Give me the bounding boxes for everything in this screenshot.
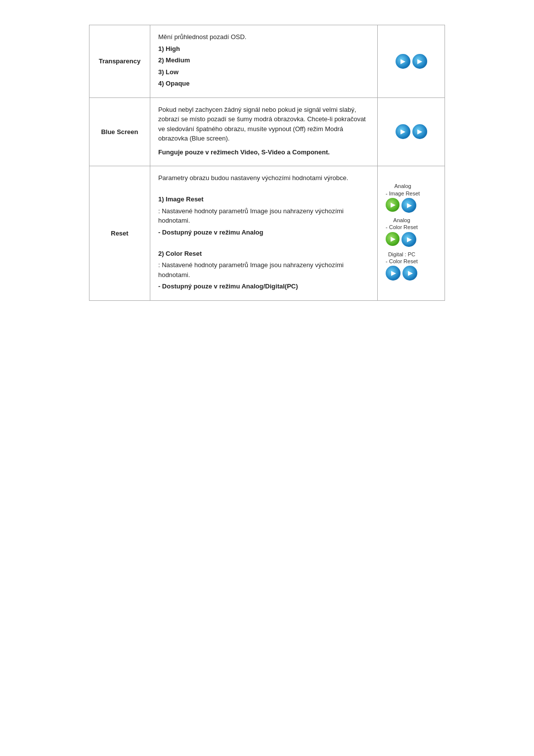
digital-color-label2: - Color Reset <box>386 258 418 264</box>
analog-image-buttons: ▶ ▶ <box>386 198 416 213</box>
analog-image-right-button[interactable]: ▶ <box>401 198 416 213</box>
table-row: Blue Screen Pokud nebyl zachycen žádný s… <box>89 97 445 166</box>
transparency-desc-plain: Mění průhlednost pozadí OSD. <box>158 32 369 42</box>
reset-icon-group: Analog - Image Reset ▶ ▶ <box>386 183 437 284</box>
transparency-item-4: 4) Opaque <box>158 79 369 89</box>
transparency-item-2: 2) Medium <box>158 55 369 65</box>
analog-color-label1: Analog <box>393 217 410 223</box>
transparency-left-button[interactable]: ▶ <box>396 54 410 69</box>
digital-color-buttons: ▶ ▶ <box>386 266 417 281</box>
reset-item-5: : Nastavené hodnoty parametrů Image jsou… <box>158 260 369 280</box>
analog-color-right-button[interactable]: ▶ <box>401 232 416 247</box>
digital-color-label1: Digital : PC <box>388 251 415 257</box>
digital-color-right-button[interactable]: ▶ <box>402 266 417 281</box>
reset-analog-image-row: Analog - Image Reset ▶ ▶ <box>386 183 420 213</box>
reset-desc-plain: Parametry obrazu budou nastaveny výchozí… <box>158 173 369 183</box>
blue-screen-right-button[interactable]: ▶ <box>412 124 427 139</box>
transparency-item-1: 1) High <box>158 44 369 54</box>
right-arrow-icon: ▶ <box>417 129 422 135</box>
blue-screen-bold-line: Funguje pouze v režimech Video, S-Video … <box>158 147 369 157</box>
right-arrow-icon: ▶ <box>417 58 422 64</box>
reset-item-2: : Nastavené hodnoty parametrů Image jsou… <box>158 206 369 226</box>
blue-screen-desc-plain: Pokud nebyl zachycen žádný signál nebo p… <box>158 105 369 143</box>
transparency-item-3: 3) Low <box>158 67 369 77</box>
left-arrow-icon: ▶ <box>391 202 395 208</box>
blue-screen-buttons: ▶ ▶ <box>386 124 437 139</box>
analog-color-left-button[interactable]: ▶ <box>386 232 400 246</box>
blue-screen-description: Pokud nebyl zachycen žádný signál nebo p… <box>158 105 369 157</box>
transparency-buttons: ▶ ▶ <box>386 54 437 69</box>
analog-color-label2: - Color Reset <box>386 224 418 230</box>
left-arrow-icon: ▶ <box>400 58 405 64</box>
table-row: Transparency Mění průhlednost pozadí OSD… <box>89 25 445 98</box>
reset-item-4: 2) Color Reset <box>158 249 369 259</box>
transparency-description: Mění průhlednost pozadí OSD. 1) High 2) … <box>158 32 369 89</box>
analog-image-label1: Analog <box>394 183 411 189</box>
blue-screen-label: Blue Screen <box>101 128 138 136</box>
transparency-label: Transparency <box>99 57 141 65</box>
reset-item-3: - Dostupný pouze v režimu Analog <box>158 228 369 237</box>
left-arrow-icon: ▶ <box>391 270 396 276</box>
analog-image-left-button[interactable]: ▶ <box>386 198 400 212</box>
left-arrow-icon: ▶ <box>400 129 405 135</box>
reset-item-6: - Dostupný pouze v režimu Analog/Digital… <box>158 282 369 291</box>
reset-description: Parametry obrazu budou nastaveny výchozí… <box>158 173 369 291</box>
digital-color-left-button[interactable]: ▶ <box>386 266 400 281</box>
right-arrow-icon: ▶ <box>408 270 412 276</box>
left-arrow-icon: ▶ <box>391 236 395 242</box>
blue-screen-left-button[interactable]: ▶ <box>396 124 410 139</box>
analog-image-label2: - Image Reset <box>386 190 420 196</box>
reset-item-1: 1) Image Reset <box>158 194 369 204</box>
transparency-right-button[interactable]: ▶ <box>412 54 427 69</box>
right-arrow-icon: ▶ <box>407 202 411 208</box>
reset-label: Reset <box>111 230 128 237</box>
right-arrow-icon: ▶ <box>407 236 411 242</box>
table-row: Reset Parametry obrazu budou nastaveny v… <box>89 166 445 301</box>
reset-digital-color-row: Digital : PC - Color Reset ▶ ▶ <box>386 251 418 281</box>
analog-color-buttons: ▶ ▶ <box>386 232 416 247</box>
main-table: Transparency Mění průhlednost pozadí OSD… <box>89 25 445 301</box>
reset-analog-color-row: Analog - Color Reset ▶ ▶ <box>386 217 418 247</box>
